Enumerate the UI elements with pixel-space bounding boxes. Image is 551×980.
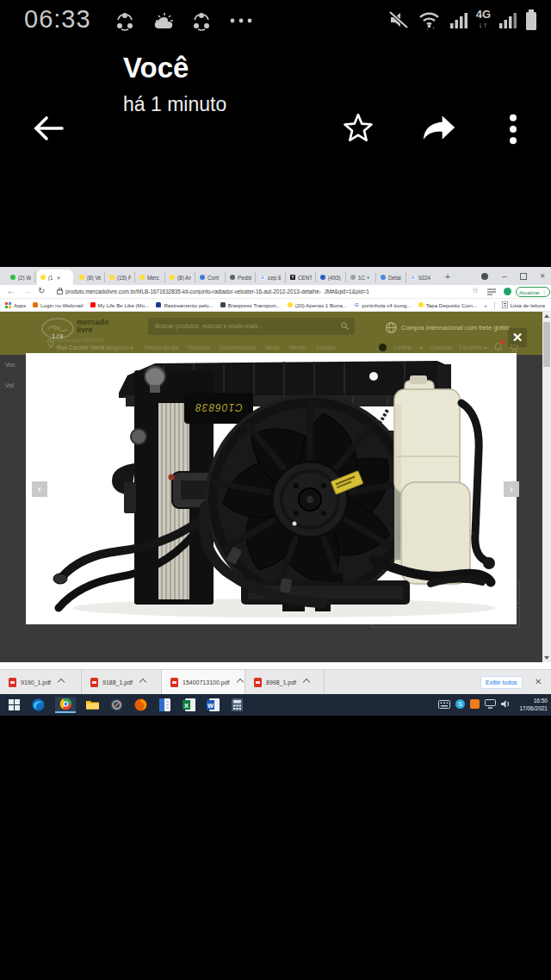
- browser-tab[interactable]: 1C +: [347, 272, 376, 282]
- user-avatar[interactable]: [379, 344, 387, 351]
- shared-desktop-screenshot: (2) W (1✕ (8) Ve (15) P Merc (8) An Cont…: [0, 267, 551, 716]
- touch-keyboard-icon[interactable]: [438, 700, 450, 709]
- status-time: 06:33: [24, 5, 91, 34]
- download-menu-chevron-icon[interactable]: [236, 679, 243, 685]
- network-display-icon[interactable]: [485, 699, 496, 709]
- back-button[interactable]: ←: [7, 286, 15, 295]
- prev-image-button[interactable]: ‹: [32, 481, 47, 497]
- ship-to-label[interactable]: Enviar para CENTRAL: [57, 338, 104, 343]
- kebab-menu-icon[interactable]: [505, 112, 522, 146]
- bookmark-item[interactable]: Login no Webmail: [33, 302, 83, 308]
- reload-button[interactable]: ↻: [38, 286, 45, 295]
- window-close-button[interactable]: ✕: [536, 267, 549, 285]
- window-minimize-button[interactable]: –: [498, 267, 511, 285]
- system-tray: S: [438, 699, 511, 709]
- browser-tab[interactable]: G9224: [407, 272, 436, 282]
- account-menu[interactable]: Central ...: [393, 344, 423, 350]
- chrome-update-button[interactable]: Atualizar ⋮: [516, 287, 550, 297]
- firefox-taskbar-icon[interactable]: [133, 698, 148, 712]
- show-all-downloads-button[interactable]: Exibir todos: [480, 676, 523, 689]
- browser-tab[interactable]: Pedid: [226, 272, 256, 282]
- notes-app-taskbar-icon[interactable]: [158, 698, 172, 712]
- star-icon[interactable]: [341, 111, 375, 146]
- nav-categorias[interactable]: Categorias: [102, 344, 133, 350]
- tab-favicon: [350, 275, 356, 280]
- vertical-scroll-thumb[interactable]: [543, 322, 550, 367]
- nav-vender[interactable]: Vender: [288, 344, 306, 350]
- forward-icon[interactable]: [420, 111, 458, 146]
- forward-button[interactable]: →: [22, 286, 31, 295]
- download-chip[interactable]: 9190_1.pdf: [0, 670, 82, 694]
- excel-taskbar-icon[interactable]: X: [182, 698, 196, 712]
- bookmark-item[interactable]: Braspress Transport...: [220, 302, 281, 308]
- word-taskbar-icon[interactable]: W: [206, 698, 220, 712]
- lightbox-close-button[interactable]: ✕: [508, 328, 527, 347]
- mercadolivre-logo-text[interactable]: mercadolivre: [77, 319, 109, 334]
- file-explorer-taskbar-icon[interactable]: [85, 698, 100, 712]
- browser-tab[interactable]: Detal: [377, 272, 406, 282]
- bookmark-item[interactable]: (20) Apenas 1 Borra...: [288, 302, 348, 308]
- purchases-link[interactable]: Compras: [430, 344, 452, 350]
- profile-avatar[interactable]: [504, 288, 511, 295]
- browser-tab[interactable]: (15) P: [106, 272, 135, 282]
- apps-shortcut[interactable]: Apps: [5, 302, 26, 308]
- tab-label: (493): [328, 275, 341, 281]
- scroll-down-arrow[interactable]: [544, 656, 549, 660]
- bookmark-item[interactable]: Tapa Deposito Com...: [418, 302, 478, 308]
- taskbar-clock[interactable]: 16:50 17/06/2021: [519, 697, 548, 712]
- browser-tab[interactable]: Cont: [196, 272, 226, 282]
- tab-close-icon[interactable]: ✕: [57, 275, 61, 281]
- scroll-up-arrow[interactable]: [544, 314, 549, 318]
- download-chip[interactable]: 8998_1.pdf: [245, 670, 325, 694]
- vertical-scrollbar[interactable]: [542, 312, 551, 662]
- browser-tab[interactable]: TCENT: [287, 272, 316, 282]
- nav-ofertas[interactable]: Ofertas do dia: [143, 344, 178, 350]
- calculator-taskbar-icon[interactable]: [230, 698, 245, 712]
- designer-app-taskbar-icon[interactable]: [109, 698, 124, 712]
- bookmark-item[interactable]: My Life Be Like (Mo...: [90, 302, 150, 308]
- edge-taskbar-icon[interactable]: [31, 698, 46, 712]
- battery-icon: [525, 9, 537, 31]
- account-area: Central ... Compras Favoritos: [379, 343, 518, 352]
- notifications-bell-icon[interactable]: [494, 343, 502, 352]
- browser-tab[interactable]: (8) Ve: [76, 272, 105, 282]
- browser-tab[interactable]: (8) An: [166, 272, 195, 282]
- nav-contato[interactable]: Contato: [316, 344, 336, 350]
- bookmark-star-icon[interactable]: ☆: [472, 286, 479, 295]
- bookmarks-overflow-button[interactable]: »: [484, 302, 486, 308]
- download-menu-chevron-icon[interactable]: [139, 679, 146, 685]
- nav-historico[interactable]: Histórico: [188, 344, 209, 350]
- browser-tab[interactable]: Merc: [136, 272, 165, 282]
- browser-tab[interactable]: Gcep 8: [257, 272, 286, 282]
- search-icon[interactable]: [341, 322, 349, 330]
- start-button[interactable]: [7, 698, 22, 712]
- volume-icon[interactable]: [501, 699, 511, 709]
- browser-tab[interactable]: (493): [317, 272, 346, 282]
- browser-tab[interactable]: (2) W: [7, 272, 35, 282]
- address-bar[interactable]: produto.mercadolivre.com.br/MLB-16716328…: [65, 288, 444, 295]
- next-image-button[interactable]: ›: [504, 481, 519, 497]
- favorites-menu[interactable]: Favoritos: [460, 344, 488, 350]
- international-purchase-link[interactable]: Compra Internacional com frete grátis: [386, 322, 509, 333]
- browser-menu-icon[interactable]: ⋮: [542, 289, 547, 295]
- nav-moda[interactable]: Moda: [265, 344, 279, 350]
- bookmark-item[interactable]: Rastreamento pelo...: [156, 302, 213, 308]
- window-maximize-button[interactable]: [517, 267, 530, 285]
- downloads-bar-close-icon[interactable]: ✕: [535, 677, 542, 686]
- search-box[interactable]: Buscar produtos, marcas e muito mais...: [148, 318, 355, 335]
- nav-supermercado[interactable]: Supermercado: [220, 344, 257, 350]
- download-chip[interactable]: 15400713100.pdf: [162, 670, 245, 694]
- reading-list-button[interactable]: Lista de leitura: [502, 301, 545, 308]
- back-icon[interactable]: [31, 110, 67, 146]
- browser-tab-active[interactable]: (1✕: [37, 270, 73, 285]
- download-menu-chevron-icon[interactable]: [58, 679, 65, 685]
- orange-app-tray-icon[interactable]: [470, 699, 480, 709]
- new-tab-button[interactable]: +: [441, 267, 455, 285]
- reading-list-icon[interactable]: [487, 288, 496, 295]
- browser-profile-icon[interactable]: [479, 267, 491, 285]
- chrome-taskbar-icon-active[interactable]: [55, 697, 76, 713]
- bookmark-item[interactable]: Gportinhola c4 loung...: [354, 302, 411, 308]
- skype-tray-icon[interactable]: S: [455, 699, 465, 709]
- download-menu-chevron-icon[interactable]: [303, 679, 310, 685]
- download-chip[interactable]: 9188_1.pdf: [82, 670, 162, 694]
